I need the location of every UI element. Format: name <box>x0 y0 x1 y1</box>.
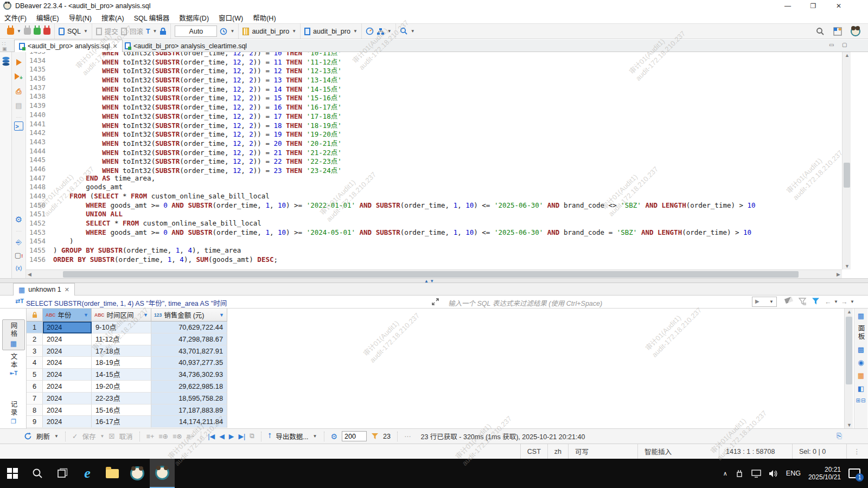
cell-amount[interactable]: 47,298,788.67 <box>151 333 227 345</box>
save-button[interactable]: 保存 <box>82 431 95 441</box>
remote-display-icon[interactable] <box>751 470 761 478</box>
scroll-up-icon[interactable]: ▲ <box>845 53 850 58</box>
code-text[interactable]: WHEN toInt32(SUBSTR(order_time, 12, 2)) … <box>53 129 342 138</box>
scroll-left-icon[interactable]: ◀ <box>28 272 31 277</box>
code-line[interactable]: 1442 WHEN toInt32(SUBSTR(order_time, 12,… <box>26 129 842 138</box>
sql-search-icon[interactable] <box>400 27 408 35</box>
user-perspective-icon[interactable] <box>851 27 860 36</box>
tab-analysis-cleartime-sql[interactable]: <audit_bi_pro> analysis_cleartime.sql <box>120 40 251 52</box>
cell-amount[interactable]: 34,736,302.93 <box>151 369 227 381</box>
code-text[interactable]: WHEN toInt32(SUBSTR(order_time, 12, 2)) … <box>53 111 342 120</box>
cell-amount[interactable]: 40,937,277.35 <box>151 357 227 369</box>
results-tab-close-icon[interactable]: ✕ <box>65 286 69 293</box>
cell-year[interactable]: 2024 <box>43 416 92 428</box>
history-forward-icon[interactable]: → <box>841 298 848 306</box>
history-forward-dropdown-icon[interactable]: ▼ <box>850 299 854 304</box>
refresh-button[interactable]: 刷新 <box>36 431 50 441</box>
code-text[interactable]: goods_amt <box>53 183 123 192</box>
last-page-icon[interactable]: ▶| <box>238 432 245 440</box>
goto-row-icon[interactable]: ⧉ <box>250 432 254 440</box>
execute-script-icon[interactable]: ⎙ <box>14 87 23 96</box>
code-text[interactable]: WHEN toInt32(SUBSTR(order_time, 12, 2)) … <box>53 120 342 129</box>
save-filter-icon[interactable] <box>799 298 807 305</box>
fetch-settings-icon[interactable]: ⚙ <box>331 432 338 441</box>
prev-page-icon[interactable]: ◀ <box>219 432 225 440</box>
code-line[interactable]: 1438 WHEN toInt32(SUBSTR(order_time, 12,… <box>26 92 842 101</box>
execute-statement-icon[interactable] <box>14 59 23 68</box>
minimize-button[interactable]: — <box>780 1 796 11</box>
code-text[interactable]: WHEN toInt32(SUBSTR(order_time, 12, 2)) … <box>53 156 342 165</box>
add-row-icon[interactable]: ≡+ <box>146 433 155 440</box>
restore-view-icon[interactable]: ▣ <box>2 46 7 52</box>
column-header-amount[interactable]: 123 销售金额 (元) ▼ <box>151 309 227 322</box>
menu-edit[interactable]: 编辑(E) <box>36 12 59 23</box>
save-file-icon[interactable]: ▢! <box>14 251 23 260</box>
fetch-size-input[interactable] <box>342 431 367 441</box>
schema-select[interactable]: audit_bi_pro <box>313 28 350 35</box>
duplicate-row-icon[interactable]: ≡⊕ <box>158 432 168 440</box>
connect-icon[interactable] <box>24 28 31 35</box>
code-line[interactable]: 1440 WHEN toInt32(SUBSTR(order_time, 12,… <box>26 111 842 120</box>
network-icon[interactable] <box>376 28 385 35</box>
code-line[interactable]: 1437 WHEN toInt32(SUBSTR(order_time, 12,… <box>26 84 842 93</box>
results-tab-unknown1[interactable]: ▦ unknown 1 ✕ <box>13 283 75 296</box>
code-text[interactable]: WHEN toInt32(SUBSTR(order_time, 12, 2)) … <box>53 101 342 111</box>
grid-vscroll-thumb[interactable] <box>846 317 852 384</box>
editor-settings-icon[interactable]: ⚙ <box>14 215 23 224</box>
code-text[interactable]: UNION ALL <box>53 210 123 219</box>
apply-filter-icon[interactable]: ▶ <box>755 298 760 304</box>
cell-amount[interactable]: 29,622,985.18 <box>151 381 227 393</box>
row-number[interactable]: 9 <box>27 416 43 428</box>
usb-icon[interactable] <box>735 469 744 478</box>
cell-amount[interactable]: 17,187,883.89 <box>151 404 227 416</box>
code-text[interactable]: ORDER BY SUBSTR(order_time, 1, 4), SUM(g… <box>53 255 278 265</box>
explain-plan-icon[interactable]: ▤ <box>14 101 23 110</box>
sql-dropdown-icon[interactable]: ▼ <box>84 29 88 34</box>
restore-button[interactable]: ❐ <box>805 1 821 11</box>
apply-filter-combo[interactable]: ▶ ▼ <box>752 297 777 307</box>
code-line[interactable]: 1435 WHEN toInt32(SUBSTR(order_time, 12,… <box>26 65 842 74</box>
export-button[interactable]: 导出数据... <box>276 431 308 441</box>
code-line[interactable]: 1436 WHEN toInt32(SUBSTR(order_time, 12,… <box>26 74 842 84</box>
row-number[interactable]: 5 <box>27 369 43 381</box>
sql-terminal-icon[interactable]: >_ <box>14 121 23 131</box>
refresh-dropdown-icon[interactable]: ▼ <box>54 434 59 439</box>
cell-year[interactable]: 2024 <box>43 345 92 357</box>
code-text[interactable]: END AS time_area, <box>53 174 155 183</box>
code-line[interactable]: 1455) GROUP BY SUBSTR(order_time, 1, 4),… <box>26 246 842 255</box>
code-line[interactable]: 1448 goods_amt <box>26 183 842 192</box>
cell-time-area[interactable]: 17-18点 <box>92 345 151 357</box>
code-text[interactable]: WHEN toInt32(SUBSTR(order_time, 12, 2)) … <box>53 84 342 93</box>
new-connection-dropdown-icon[interactable]: ▼ <box>17 29 21 34</box>
tx-mode-select[interactable]: Auto <box>175 25 217 37</box>
code-text[interactable]: WHERE goods_amt >= 0 AND SUBSTR(order_ti… <box>53 201 756 210</box>
transaction-dropdown-icon[interactable]: ▼ <box>153 29 157 34</box>
copy-result-icon[interactable]: ⎘ <box>837 432 842 440</box>
cell-year[interactable]: 2024 <box>43 404 92 416</box>
row-number[interactable]: 8 <box>27 404 43 416</box>
maximize-editor-icon[interactable]: ▢ <box>842 42 847 48</box>
column-header-year[interactable]: ABC 年份 ▼ <box>43 309 92 322</box>
cell-time-area[interactable]: 22-23点 <box>92 393 151 404</box>
access-mode-indicator[interactable]: 可写 <box>568 444 637 459</box>
presentation-tab-text[interactable]: 文本 ⇤T <box>2 353 25 376</box>
perspective-icon[interactable] <box>833 27 842 36</box>
row-number[interactable]: 6 <box>27 381 43 393</box>
code-line[interactable]: 1452 SELECT * FROM custom_online_sale_bi… <box>26 219 842 228</box>
cell-year[interactable]: 2024 <box>43 369 92 381</box>
next-page-icon[interactable]: ▶ <box>229 432 234 440</box>
menu-help[interactable]: 帮助(H) <box>253 12 276 23</box>
sql-editor-label[interactable]: SQL <box>67 28 81 35</box>
commit-button[interactable]: 提交 <box>105 26 118 36</box>
code-line[interactable]: 1456ORDER BY SUBSTR(order_time, 1, 4), S… <box>26 255 842 265</box>
notification-center-icon[interactable]: 1 <box>848 468 860 478</box>
menu-sql-editor[interactable]: SQL 编辑器 <box>134 12 170 23</box>
variables-icon[interactable]: (x) <box>14 264 23 273</box>
column-dropdown-icon[interactable]: ▼ <box>143 312 148 318</box>
code-line[interactable]: 1445 WHEN toInt32(SUBSTR(order_time, 12,… <box>26 156 842 165</box>
filter-input[interactable]: 输入一个 SQL 表达式来过滤结果 (使用 Ctrl+Space) <box>448 298 602 308</box>
code-line[interactable]: 1450 WHERE goods_amt >= 0 AND SUBSTR(ord… <box>26 201 842 210</box>
scroll-right-icon[interactable]: ▶ <box>837 272 840 277</box>
input-language[interactable]: ENG <box>786 470 801 477</box>
cell-year[interactable]: 2024 <box>43 381 92 393</box>
